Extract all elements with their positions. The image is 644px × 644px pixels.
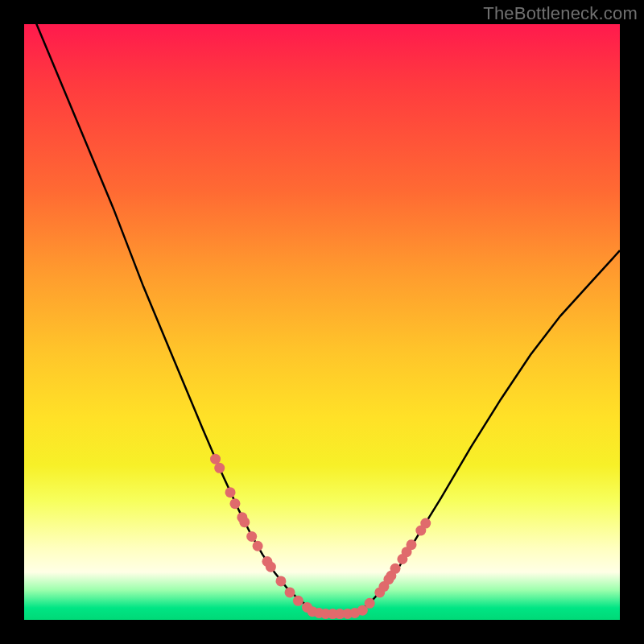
chart-svg [24,24,620,620]
data-point [390,564,401,574]
data-point [246,531,257,542]
data-point [275,576,286,586]
watermark-text: TheBottleneck.com [483,3,638,24]
data-point [293,596,303,606]
bottleneck-curve [24,24,620,614]
data-point [266,562,276,572]
data-point [420,518,431,529]
chart-plot-area [24,24,620,620]
data-point [214,463,225,473]
data-point [239,517,250,527]
data-point [285,587,295,597]
data-point [407,539,417,550]
chart-frame: TheBottleneck.com [0,0,644,644]
data-point [210,454,221,464]
data-point [229,498,240,509]
data-point [365,598,375,609]
data-point [225,487,236,497]
data-point [253,541,263,551]
